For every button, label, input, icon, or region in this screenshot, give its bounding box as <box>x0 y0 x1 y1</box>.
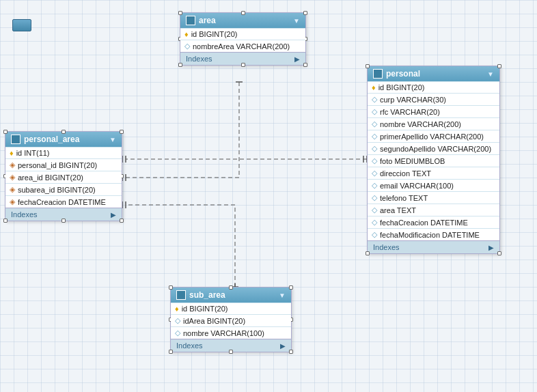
field-area-nombreArea: ◇ nombreArea VARCHAR(200) <box>180 40 305 52</box>
field-personal-telefono: ◇ telefono TEXT <box>368 191 499 204</box>
field-pa-area_id: ◈ area_id BIGINT(20) <box>5 171 122 183</box>
col-icon: ◇ <box>175 316 180 325</box>
resize-bl[interactable] <box>169 350 173 354</box>
table-personal-area-name: personal_area <box>24 135 79 144</box>
field-personal-segundoApellido: ◇ segundoApellido VARCHAR(200) <box>368 142 499 154</box>
field-pa-personal_id: ◈ personal_id BIGINT(20) <box>5 158 122 171</box>
col-icon: ◇ <box>175 328 180 337</box>
table-personal-icon <box>373 69 383 79</box>
table-sub-area-chevron[interactable]: ▼ <box>279 292 286 299</box>
field-pa-subarea_id: ◈ subarea_id BIGINT(20) <box>5 183 122 195</box>
table-area-header[interactable]: area ▼ <box>180 13 305 28</box>
col-icon: ◇ <box>372 144 377 153</box>
resize-tr[interactable] <box>120 130 124 134</box>
table-personal-header[interactable]: personal ▼ <box>368 66 499 81</box>
table-area-indexes-label: Indexes <box>186 55 212 63</box>
indexes-chevron: ▶ <box>488 244 494 251</box>
col-icon: ◇ <box>372 181 377 190</box>
col-icon: ◇ <box>372 169 377 178</box>
resize-tm[interactable] <box>61 130 66 134</box>
col-icon: ◇ <box>372 193 377 202</box>
field-personal-primerApellido: ◇ primerApellido VARCHAR(200) <box>368 130 499 142</box>
field-sa-id: ♦ id BIGINT(20) <box>171 303 291 314</box>
table-personal-chevron[interactable]: ▼ <box>487 70 494 78</box>
table-sub-area-name: sub_area <box>189 290 225 300</box>
canvas: area ▼ ♦ id BIGINT(20) ◇ nombreArea VARC… <box>0 0 537 392</box>
resize-bm[interactable] <box>229 350 233 354</box>
indexes-chevron: ▶ <box>294 55 300 63</box>
col-icon: ◇ <box>372 218 377 227</box>
table-personal: personal ▼ ♦ id BIGINT(20) ◇ curp VARCHA… <box>367 66 500 254</box>
table-area-chevron[interactable]: ▼ <box>293 17 300 25</box>
fk-icon: ◈ <box>10 197 15 206</box>
table-personal-area-chevron[interactable]: ▼ <box>109 136 116 143</box>
fk-icon: ◈ <box>10 173 15 182</box>
resize-tl[interactable] <box>178 11 182 15</box>
field-personal-rfc: ◇ rfc VARCHAR(20) <box>368 105 499 117</box>
resize-br[interactable] <box>497 251 501 255</box>
fk-icon: ◈ <box>10 160 15 169</box>
col-icon: ◇ <box>372 95 377 104</box>
pk-icon: ♦ <box>10 149 14 157</box>
table-personal-area-header[interactable]: personal_area ▼ <box>5 132 122 147</box>
field-area-id-text: id BIGINT(20) <box>191 30 238 38</box>
resize-tr[interactable] <box>303 11 307 15</box>
resize-tr[interactable] <box>289 285 293 290</box>
resize-tl[interactable] <box>366 64 370 68</box>
resize-bl[interactable] <box>3 219 8 223</box>
pk-icon: ♦ <box>184 30 189 38</box>
field-area-id: ♦ id BIGINT(20) <box>180 28 305 40</box>
resize-bm[interactable] <box>61 219 66 223</box>
indexes-chevron: ▶ <box>111 211 116 219</box>
col-icon: ◇ <box>372 107 377 116</box>
resize-br[interactable] <box>303 63 307 67</box>
field-sa-idArea: ◇ idArea BIGINT(20) <box>171 314 291 326</box>
table-personal-area-icon <box>11 135 20 144</box>
resize-bm[interactable] <box>241 63 245 67</box>
field-personal-email: ◇ email VARCHAR(100) <box>368 179 499 191</box>
field-personal-nombre: ◇ nombre VARCHAR(200) <box>368 117 499 130</box>
field-sa-nombre: ◇ nombre VARCHAR(100) <box>171 326 291 339</box>
table-personal-name: personal <box>386 69 420 79</box>
table-sub-area: sub_area ▼ ♦ id BIGINT(20) ◇ idArea BIGI… <box>170 287 292 352</box>
col-icon: ◇ <box>372 230 377 239</box>
resize-bl[interactable] <box>178 63 182 67</box>
field-personal-fechaModificacion: ◇ fechaModificacion DATETIME <box>368 228 499 240</box>
col-icon: ◇ <box>372 206 377 214</box>
field-personal-curp: ◇ curp VARCHAR(30) <box>368 93 499 105</box>
field-pa-id: ♦ id INT(11) <box>5 147 122 158</box>
table-personal-indexes-label: Indexes <box>373 243 400 251</box>
table-sub-area-icon <box>176 290 186 300</box>
pk-icon: ♦ <box>372 83 376 92</box>
table-sub-area-indexes-label: Indexes <box>176 341 203 350</box>
table-personal-area: personal_area ▼ ♦ id INT(11) ◈ personal_… <box>5 131 122 221</box>
field-personal-fechaCreacion: ◇ fechaCreacion DATETIME <box>368 216 499 228</box>
col-icon: ◇ <box>372 120 377 128</box>
toolbar-icon <box>12 19 31 31</box>
pk-icon: ♦ <box>175 305 179 313</box>
field-personal-foto: ◇ foto MEDIUMBLOB <box>368 154 499 167</box>
resize-br[interactable] <box>289 350 293 354</box>
resize-br[interactable] <box>120 219 124 223</box>
table-area: area ▼ ♦ id BIGINT(20) ◇ nombreArea VARC… <box>180 12 306 66</box>
col-icon: ◇ <box>372 132 377 141</box>
field-personal-direccion: ◇ direccion TEXT <box>368 167 499 179</box>
resize-tr[interactable] <box>497 64 501 68</box>
table-personal-indexes[interactable]: Indexes ▶ <box>368 240 499 253</box>
resize-tm[interactable] <box>229 285 233 290</box>
col-icon: ◇ <box>184 42 190 51</box>
resize-bl[interactable] <box>366 251 370 255</box>
resize-tl[interactable] <box>169 285 173 290</box>
table-area-icon <box>186 16 195 25</box>
field-area-nombreArea-text: nombreArea VARCHAR(200) <box>193 42 290 51</box>
fk-icon: ◈ <box>10 185 15 194</box>
table-sub-area-header[interactable]: sub_area ▼ <box>171 288 291 303</box>
field-personal-id: ♦ id BIGINT(20) <box>368 81 499 93</box>
col-icon: ◇ <box>372 156 377 165</box>
indexes-chevron: ▶ <box>280 342 286 350</box>
table-area-name: area <box>199 16 216 25</box>
field-personal-area: ◇ area TEXT <box>368 204 499 216</box>
resize-tl[interactable] <box>3 130 8 134</box>
resize-tm[interactable] <box>241 11 245 15</box>
field-pa-fechaCreacion: ◈ fechaCreacion DATETIME <box>5 195 122 208</box>
